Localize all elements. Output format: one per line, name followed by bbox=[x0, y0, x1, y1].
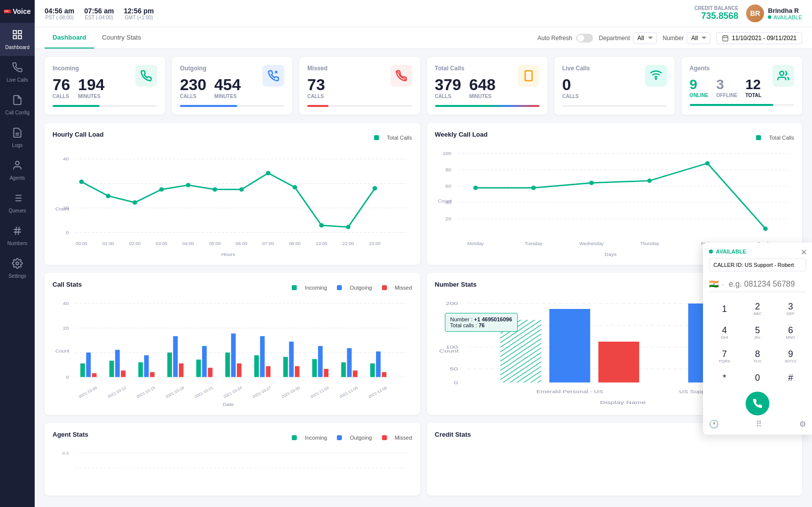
dialpad-key-star[interactable]: * bbox=[709, 369, 740, 387]
svg-text:200: 200 bbox=[445, 301, 458, 306]
dialpad-key-hash[interactable]: # bbox=[775, 369, 806, 387]
chart-title-weekly: Weekly Call Load bbox=[435, 131, 488, 138]
svg-rect-91 bbox=[86, 353, 91, 377]
sidebar-item-label-settings: Settings bbox=[8, 273, 26, 279]
chart-agent-stats: Agent Stats Incoming Outgoing Missed 0.3 bbox=[45, 423, 420, 496]
dialpad-close-button[interactable]: ✕ bbox=[801, 248, 807, 257]
stat-incoming: Incoming 76 CALLS 194 MINUTES bbox=[45, 57, 165, 115]
svg-text:2021-11-02: 2021-11-02 bbox=[310, 386, 330, 399]
auto-refresh: Auto Refresh bbox=[538, 34, 593, 43]
queues-icon bbox=[12, 193, 23, 206]
status-dot bbox=[768, 15, 771, 19]
department-label: Department bbox=[599, 35, 630, 42]
recent-calls-icon[interactable]: 🕐 bbox=[709, 419, 719, 429]
phone-input[interactable] bbox=[729, 280, 812, 289]
stat-icon-missed bbox=[390, 65, 412, 87]
sidebar-item-agents[interactable]: Agents bbox=[0, 154, 35, 187]
timezone-pst: 04:56 am PST (-08:00) bbox=[45, 7, 74, 20]
dialpad-icon[interactable]: ⠿ bbox=[756, 419, 762, 429]
svg-rect-99 bbox=[167, 353, 172, 377]
avatar: BR bbox=[746, 4, 764, 22]
number-filter: Number All bbox=[663, 32, 711, 44]
stat-live: Live Calls 0 CALLS bbox=[554, 57, 675, 115]
svg-point-37 bbox=[186, 183, 190, 187]
svg-rect-101 bbox=[179, 363, 183, 377]
svg-text:00:00: 00:00 bbox=[76, 241, 87, 246]
chart-hourly: Hourly Call Load Total Calls Count bbox=[45, 123, 420, 265]
sidebar-item-live-calls[interactable]: Live Calls bbox=[0, 56, 35, 89]
user-badge[interactable]: BR Brindha R AVAILABLE bbox=[746, 4, 802, 22]
svg-rect-108 bbox=[254, 355, 259, 377]
svg-point-33 bbox=[79, 180, 84, 184]
svg-text:2021-11-05: 2021-11-05 bbox=[338, 386, 359, 399]
svg-text:Count: Count bbox=[55, 348, 69, 354]
settings-dialpad-icon[interactable]: ⚙ bbox=[799, 419, 806, 429]
dialpad-key-6[interactable]: 6MNO bbox=[775, 322, 806, 344]
svg-rect-112 bbox=[289, 342, 293, 377]
svg-rect-109 bbox=[260, 336, 265, 377]
department-filter: Department All bbox=[599, 32, 657, 44]
department-select[interactable]: All bbox=[633, 32, 657, 44]
svg-point-43 bbox=[346, 225, 350, 229]
sidebar-item-label-logs: Logs bbox=[12, 143, 23, 148]
svg-text:Tuesday: Tuesday bbox=[525, 241, 542, 246]
svg-point-23 bbox=[655, 78, 656, 79]
nav-controls: Auto Refresh Department All Number All 1 bbox=[538, 32, 802, 44]
auto-refresh-label: Auto Refresh bbox=[538, 35, 572, 42]
svg-rect-97 bbox=[144, 355, 149, 377]
dialpad-footer: 🕐 ⠿ ⚙ bbox=[709, 419, 806, 429]
svg-rect-113 bbox=[295, 366, 299, 377]
sidebar-item-call-config[interactable]: Call Config bbox=[0, 89, 35, 121]
sidebar-item-label-queues: Queues bbox=[8, 208, 26, 213]
dialpad-key-9[interactable]: 9WXYZ bbox=[775, 346, 806, 367]
svg-text:2021-10-27: 2021-10-27 bbox=[252, 386, 272, 399]
svg-point-71 bbox=[589, 181, 594, 185]
sidebar-item-dashboard[interactable]: Dashboard bbox=[0, 23, 35, 56]
dialpad-key-3[interactable]: 3DEF bbox=[775, 298, 806, 320]
auto-refresh-toggle[interactable] bbox=[576, 34, 593, 43]
svg-rect-116 bbox=[324, 369, 328, 377]
dialpad-key-5[interactable]: 5JKL bbox=[742, 322, 773, 344]
stat-icon-incoming bbox=[135, 65, 157, 87]
svg-text:40: 40 bbox=[63, 301, 69, 306]
svg-rect-103 bbox=[202, 346, 207, 377]
legend-weekly: Total Calls bbox=[756, 135, 794, 141]
caller-id-select[interactable]: CALLER ID: US Support - Robert bbox=[709, 258, 806, 271]
date-range[interactable]: 11/10/2021 - 09/11/2021 bbox=[716, 32, 802, 44]
agents-icon bbox=[12, 160, 23, 173]
tab-dashboard[interactable]: Dashboard bbox=[45, 27, 94, 49]
number-select[interactable]: All bbox=[687, 32, 710, 44]
stats-row: Incoming 76 CALLS 194 MINUTES bbox=[35, 49, 812, 123]
tab-country-stats[interactable]: Country Stats bbox=[94, 27, 149, 49]
sidebar-item-label-callconfig: Call Config bbox=[5, 110, 30, 115]
svg-point-8 bbox=[15, 161, 19, 165]
svg-text:Hours: Hours bbox=[221, 252, 235, 257]
flag-icon: 🇮🇳 bbox=[709, 279, 719, 289]
sidebar-item-logs[interactable]: Logs bbox=[0, 121, 35, 154]
dialpad-key-7[interactable]: 7PQRS bbox=[709, 346, 740, 367]
weekly-chart-area: Count 100 80 60 40 20 Monday bbox=[435, 148, 795, 257]
credit-stats-chart-area bbox=[435, 448, 795, 488]
dialpad-status: AVAILABLE bbox=[709, 249, 806, 254]
settings-icon bbox=[12, 258, 23, 271]
user-info: Brindha R AVAILABLE bbox=[768, 7, 802, 20]
sidebar-item-numbers[interactable]: Numbers bbox=[0, 219, 35, 252]
svg-point-40 bbox=[266, 171, 271, 175]
call-button[interactable] bbox=[746, 392, 769, 415]
svg-rect-110 bbox=[266, 366, 271, 377]
dialpad-key-2[interactable]: 2ABC bbox=[742, 298, 773, 320]
svg-point-42 bbox=[319, 223, 324, 228]
sidebar-item-queues[interactable]: Queues bbox=[0, 187, 35, 219]
main-content: 04:56 am PST (-08:00) 07:56 am EST (-04:… bbox=[35, 0, 812, 507]
sidebar-item-label-dashboard: Dashboard bbox=[5, 45, 30, 50]
dialpad-key-0[interactable]: 0 bbox=[742, 369, 773, 387]
svg-text:13:00: 13:00 bbox=[316, 241, 327, 246]
charts-row-1: Hourly Call Load Total Calls Count bbox=[35, 123, 812, 273]
dialpad-key-1[interactable]: 1 bbox=[709, 298, 740, 320]
sidebar-item-settings[interactable]: Settings bbox=[0, 252, 35, 285]
label-est: EST (-04:00) bbox=[85, 15, 113, 20]
dialpad-key-4[interactable]: 4GHI bbox=[709, 322, 740, 344]
svg-text:40: 40 bbox=[445, 200, 451, 205]
svg-text:50: 50 bbox=[449, 366, 458, 372]
dialpad-key-8[interactable]: 8TUV bbox=[742, 346, 773, 367]
